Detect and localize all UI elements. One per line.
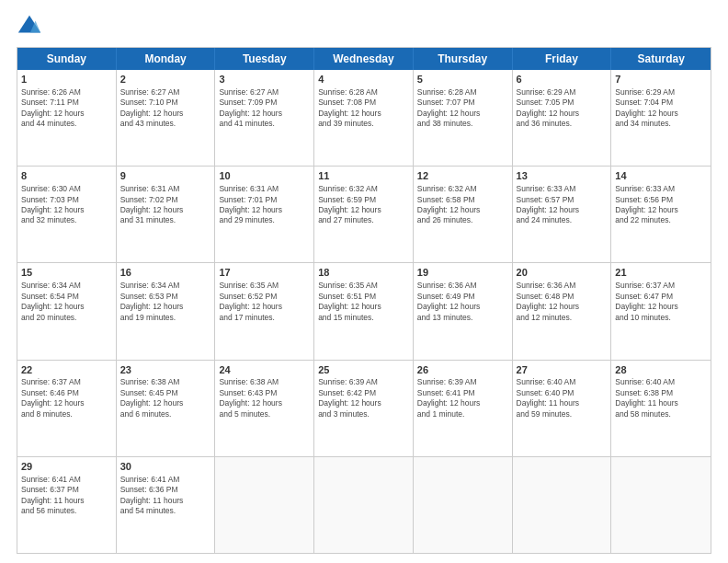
calendar-cell: 19Sunrise: 6:36 AMSunset: 6:49 PMDayligh… <box>414 263 513 359</box>
day-number: 12 <box>417 169 508 183</box>
day-number: 29 <box>21 460 112 474</box>
day-number: 5 <box>417 73 508 86</box>
day-info: Sunrise: 6:36 AMSunset: 6:48 PMDaylight:… <box>517 281 608 323</box>
day-number: 14 <box>615 169 707 183</box>
day-info: Sunrise: 6:35 AMSunset: 6:51 PMDaylight:… <box>318 281 409 323</box>
day-info: Sunrise: 6:41 AMSunset: 6:37 PMDaylight:… <box>21 475 112 517</box>
calendar-row-5: 29Sunrise: 6:41 AMSunset: 6:37 PMDayligh… <box>17 456 711 553</box>
day-info: Sunrise: 6:27 AMSunset: 7:10 PMDaylight:… <box>120 87 211 130</box>
day-number: 24 <box>219 363 310 377</box>
calendar-row-2: 8Sunrise: 6:30 AMSunset: 7:03 PMDaylight… <box>17 166 711 262</box>
day-info: Sunrise: 6:35 AMSunset: 6:52 PMDaylight:… <box>219 281 310 323</box>
calendar-cell <box>314 457 414 553</box>
calendar-cell: 26Sunrise: 6:39 AMSunset: 6:41 PMDayligh… <box>414 361 513 456</box>
day-info: Sunrise: 6:39 AMSunset: 6:41 PMDaylight:… <box>417 377 508 419</box>
day-info: Sunrise: 6:40 AMSunset: 6:40 PMDaylight:… <box>517 377 608 419</box>
calendar-header: SundayMondayTuesdayWednesdayThursdayFrid… <box>17 48 711 70</box>
day-number: 27 <box>517 363 608 377</box>
calendar: SundayMondayTuesdayWednesdayThursdayFrid… <box>17 47 711 554</box>
calendar-cell: 28Sunrise: 6:40 AMSunset: 6:38 PMDayligh… <box>611 361 711 456</box>
calendar-cell: 4Sunrise: 6:28 AMSunset: 7:08 PMDaylight… <box>314 70 414 166</box>
day-number: 15 <box>21 266 112 280</box>
day-number: 30 <box>120 460 211 474</box>
day-info: Sunrise: 6:34 AMSunset: 6:53 PMDaylight:… <box>120 281 211 323</box>
header-day-tuesday: Tuesday <box>215 48 314 70</box>
calendar-cell: 10Sunrise: 6:31 AMSunset: 7:01 PMDayligh… <box>215 167 314 262</box>
calendar-cell: 20Sunrise: 6:36 AMSunset: 6:48 PMDayligh… <box>513 263 612 359</box>
day-number: 7 <box>615 73 707 86</box>
header <box>17 14 711 40</box>
calendar-cell: 23Sunrise: 6:38 AMSunset: 6:45 PMDayligh… <box>117 361 216 456</box>
day-number: 20 <box>517 266 608 280</box>
day-info: Sunrise: 6:29 AMSunset: 7:05 PMDaylight:… <box>517 87 608 130</box>
day-number: 23 <box>120 363 211 377</box>
day-info: Sunrise: 6:38 AMSunset: 6:45 PMDaylight:… <box>120 377 211 419</box>
calendar-cell: 6Sunrise: 6:29 AMSunset: 7:05 PMDaylight… <box>513 70 612 166</box>
day-number: 21 <box>615 266 707 280</box>
calendar-cell: 25Sunrise: 6:39 AMSunset: 6:42 PMDayligh… <box>314 361 414 456</box>
calendar-cell: 5Sunrise: 6:28 AMSunset: 7:07 PMDaylight… <box>414 70 513 166</box>
header-day-monday: Monday <box>117 48 216 70</box>
calendar-cell: 2Sunrise: 6:27 AMSunset: 7:10 PMDaylight… <box>117 70 216 166</box>
day-info: Sunrise: 6:36 AMSunset: 6:49 PMDaylight:… <box>417 281 508 323</box>
calendar-cell: 15Sunrise: 6:34 AMSunset: 6:54 PMDayligh… <box>17 263 117 359</box>
header-day-thursday: Thursday <box>414 48 513 70</box>
day-info: Sunrise: 6:37 AMSunset: 6:46 PMDaylight:… <box>21 377 112 419</box>
page: SundayMondayTuesdayWednesdayThursdayFrid… <box>0 0 728 563</box>
day-number: 10 <box>219 169 310 183</box>
day-info: Sunrise: 6:31 AMSunset: 7:02 PMDaylight:… <box>120 184 211 226</box>
calendar-cell <box>414 457 513 553</box>
day-info: Sunrise: 6:29 AMSunset: 7:04 PMDaylight:… <box>615 87 707 130</box>
day-info: Sunrise: 6:40 AMSunset: 6:38 PMDaylight:… <box>615 377 707 419</box>
calendar-cell: 21Sunrise: 6:37 AMSunset: 6:47 PMDayligh… <box>611 263 711 359</box>
header-day-saturday: Saturday <box>611 48 711 70</box>
day-number: 9 <box>120 169 211 183</box>
header-day-wednesday: Wednesday <box>314 48 414 70</box>
day-number: 25 <box>318 363 409 377</box>
calendar-cell: 13Sunrise: 6:33 AMSunset: 6:57 PMDayligh… <box>513 167 612 262</box>
calendar-cell: 7Sunrise: 6:29 AMSunset: 7:04 PMDaylight… <box>611 70 711 166</box>
calendar-cell: 17Sunrise: 6:35 AMSunset: 6:52 PMDayligh… <box>215 263 314 359</box>
day-number: 1 <box>21 73 112 86</box>
calendar-cell: 14Sunrise: 6:33 AMSunset: 6:56 PMDayligh… <box>611 167 711 262</box>
day-info: Sunrise: 6:34 AMSunset: 6:54 PMDaylight:… <box>21 281 112 323</box>
day-info: Sunrise: 6:33 AMSunset: 6:56 PMDaylight:… <box>615 184 707 226</box>
calendar-row-4: 22Sunrise: 6:37 AMSunset: 6:46 PMDayligh… <box>17 360 711 456</box>
calendar-cell: 30Sunrise: 6:41 AMSunset: 6:36 PMDayligh… <box>117 457 216 553</box>
day-info: Sunrise: 6:30 AMSunset: 7:03 PMDaylight:… <box>21 184 112 226</box>
calendar-cell <box>215 457 314 553</box>
header-day-sunday: Sunday <box>17 48 117 70</box>
day-number: 19 <box>417 266 508 280</box>
day-number: 6 <box>517 73 608 86</box>
logo <box>17 14 46 40</box>
day-number: 11 <box>318 169 409 183</box>
calendar-cell: 16Sunrise: 6:34 AMSunset: 6:53 PMDayligh… <box>117 263 216 359</box>
day-info: Sunrise: 6:38 AMSunset: 6:43 PMDaylight:… <box>219 377 310 419</box>
calendar-cell: 22Sunrise: 6:37 AMSunset: 6:46 PMDayligh… <box>17 361 117 456</box>
day-number: 16 <box>120 266 211 280</box>
calendar-row-1: 1Sunrise: 6:26 AMSunset: 7:11 PMDaylight… <box>17 70 711 166</box>
day-info: Sunrise: 6:32 AMSunset: 6:59 PMDaylight:… <box>318 184 409 226</box>
day-number: 3 <box>219 73 310 86</box>
day-info: Sunrise: 6:28 AMSunset: 7:07 PMDaylight:… <box>417 87 508 130</box>
calendar-cell <box>611 457 711 553</box>
calendar-cell: 27Sunrise: 6:40 AMSunset: 6:40 PMDayligh… <box>513 361 612 456</box>
day-info: Sunrise: 6:39 AMSunset: 6:42 PMDaylight:… <box>318 377 409 419</box>
day-info: Sunrise: 6:26 AMSunset: 7:11 PMDaylight:… <box>21 87 112 130</box>
calendar-cell: 8Sunrise: 6:30 AMSunset: 7:03 PMDaylight… <box>17 167 117 262</box>
calendar-cell: 1Sunrise: 6:26 AMSunset: 7:11 PMDaylight… <box>17 70 117 166</box>
day-number: 18 <box>318 266 409 280</box>
header-day-friday: Friday <box>513 48 612 70</box>
day-number: 4 <box>318 73 409 86</box>
calendar-cell: 9Sunrise: 6:31 AMSunset: 7:02 PMDaylight… <box>117 167 216 262</box>
day-number: 22 <box>21 363 112 377</box>
day-number: 17 <box>219 266 310 280</box>
day-info: Sunrise: 6:37 AMSunset: 6:47 PMDaylight:… <box>615 281 707 323</box>
logo-icon <box>17 14 42 40</box>
calendar-cell <box>513 457 612 553</box>
calendar-body: 1Sunrise: 6:26 AMSunset: 7:11 PMDaylight… <box>17 70 711 553</box>
day-info: Sunrise: 6:28 AMSunset: 7:08 PMDaylight:… <box>318 87 409 130</box>
calendar-cell: 12Sunrise: 6:32 AMSunset: 6:58 PMDayligh… <box>414 167 513 262</box>
calendar-row-3: 15Sunrise: 6:34 AMSunset: 6:54 PMDayligh… <box>17 262 711 359</box>
day-number: 2 <box>120 73 211 86</box>
